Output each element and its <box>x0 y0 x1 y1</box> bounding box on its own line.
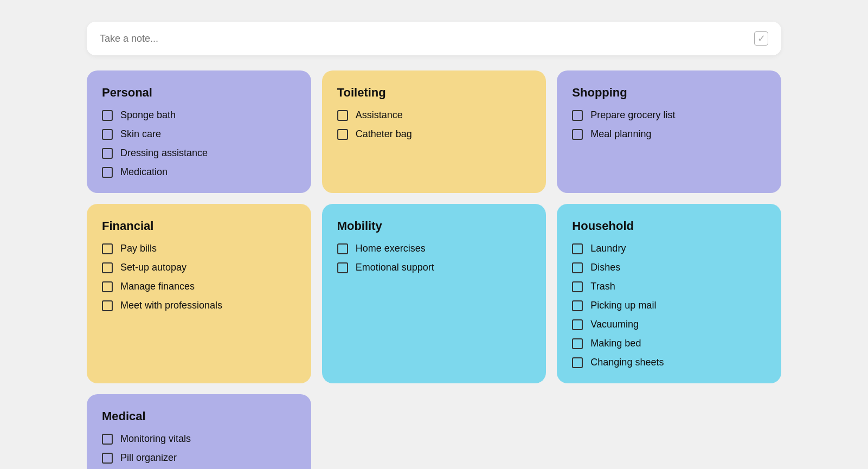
search-bar: ✓ <box>87 22 781 55</box>
task-item[interactable]: Changing sheets <box>572 357 766 368</box>
task-item[interactable]: Emotional support <box>337 262 531 273</box>
task-label: Meal planning <box>590 129 651 140</box>
task-checkbox[interactable] <box>572 129 583 140</box>
task-label: Catheter bag <box>356 129 412 140</box>
task-checkbox[interactable] <box>572 300 583 311</box>
task-label: Changing sheets <box>590 357 664 368</box>
task-label: Medication <box>120 166 168 178</box>
task-label: Sponge bath <box>120 110 176 121</box>
task-label: Skin care <box>120 129 161 140</box>
task-item[interactable]: Sponge bath <box>102 110 296 121</box>
task-item[interactable]: Making bed <box>572 338 766 349</box>
task-checkbox[interactable] <box>102 434 113 445</box>
task-label: Trash <box>590 281 615 292</box>
task-label: Prepare grocery list <box>590 110 675 121</box>
task-label: Meet with professionals <box>120 300 222 311</box>
task-item[interactable]: Manage finances <box>102 281 296 292</box>
task-item[interactable]: Home exercises <box>337 243 531 254</box>
task-label: Dishes <box>590 262 620 273</box>
task-item[interactable]: Monitoring vitals <box>102 433 296 445</box>
search-input[interactable] <box>100 33 754 44</box>
task-item[interactable]: Dishes <box>572 262 766 273</box>
card-personal-title: Personal <box>102 86 296 100</box>
task-checkbox[interactable] <box>102 281 113 292</box>
task-checkbox[interactable] <box>102 129 113 140</box>
task-item[interactable]: Laundry <box>572 243 766 254</box>
task-checkbox[interactable] <box>102 167 113 178</box>
task-checkbox[interactable] <box>572 262 583 273</box>
task-checkbox[interactable] <box>337 110 348 121</box>
task-label: Manage finances <box>120 281 195 292</box>
task-checkbox[interactable] <box>572 110 583 121</box>
card-medical-title: Medical <box>102 409 296 423</box>
card-financial: FinancialPay billsSet-up autopayManage f… <box>87 204 311 383</box>
card-household: HouseholdLaundryDishesTrashPicking up ma… <box>557 204 781 383</box>
task-checkbox[interactable] <box>102 453 113 464</box>
task-checkbox[interactable] <box>572 357 583 368</box>
card-toileting: ToiletingAssistanceCatheter bag <box>322 70 546 193</box>
checklist-icon: ✓ <box>754 31 768 46</box>
task-item[interactable]: Assistance <box>337 110 531 121</box>
task-item[interactable]: Prepare grocery list <box>572 110 766 121</box>
task-item[interactable]: Medication <box>102 166 296 178</box>
card-mobility-title: Mobility <box>337 219 531 233</box>
card-mobility: MobilityHome exercisesEmotional support <box>322 204 546 383</box>
card-shopping-title: Shopping <box>572 86 766 100</box>
task-checkbox[interactable] <box>337 243 348 254</box>
task-label: Pay bills <box>120 243 157 254</box>
card-personal: PersonalSponge bathSkin careDressing ass… <box>87 70 311 193</box>
task-item[interactable]: Set-up autopay <box>102 262 296 273</box>
task-item[interactable]: Trash <box>572 281 766 292</box>
task-item[interactable]: Pill organizer <box>102 452 296 464</box>
task-checkbox[interactable] <box>102 300 113 311</box>
task-label: Laundry <box>590 243 626 254</box>
task-label: Home exercises <box>356 243 426 254</box>
task-label: Pill organizer <box>120 452 177 464</box>
card-financial-title: Financial <box>102 219 296 233</box>
task-checkbox[interactable] <box>337 129 348 140</box>
task-label: Monitoring vitals <box>120 433 191 445</box>
task-label: Vacuuming <box>590 319 639 330</box>
task-checkbox[interactable] <box>572 243 583 254</box>
task-label: Making bed <box>590 338 641 349</box>
task-item[interactable]: Meal planning <box>572 129 766 140</box>
card-toileting-title: Toileting <box>337 86 531 100</box>
task-checkbox[interactable] <box>572 338 583 349</box>
task-checkbox[interactable] <box>337 262 348 273</box>
card-medical: MedicalMonitoring vitalsPill organizerFi… <box>87 394 311 469</box>
task-checkbox[interactable] <box>102 148 113 159</box>
task-checkbox[interactable] <box>102 110 113 121</box>
task-label: Dressing assistance <box>120 147 208 159</box>
task-label: Set-up autopay <box>120 262 187 273</box>
task-checkbox[interactable] <box>102 262 113 273</box>
task-checkbox[interactable] <box>102 243 113 254</box>
task-item[interactable]: Picking up mail <box>572 300 766 311</box>
task-checkbox[interactable] <box>572 281 583 292</box>
task-label: Picking up mail <box>590 300 656 311</box>
task-item[interactable]: Vacuuming <box>572 319 766 330</box>
cards-grid: PersonalSponge bathSkin careDressing ass… <box>87 70 781 469</box>
task-item[interactable]: Catheter bag <box>337 129 531 140</box>
task-checkbox[interactable] <box>572 319 583 330</box>
card-household-title: Household <box>572 219 766 233</box>
card-shopping: ShoppingPrepare grocery listMeal plannin… <box>557 70 781 193</box>
task-label: Assistance <box>356 110 403 121</box>
task-label: Emotional support <box>356 262 434 273</box>
task-item[interactable]: Meet with professionals <box>102 300 296 311</box>
task-item[interactable]: Skin care <box>102 129 296 140</box>
task-item[interactable]: Pay bills <box>102 243 296 254</box>
task-item[interactable]: Dressing assistance <box>102 147 296 159</box>
